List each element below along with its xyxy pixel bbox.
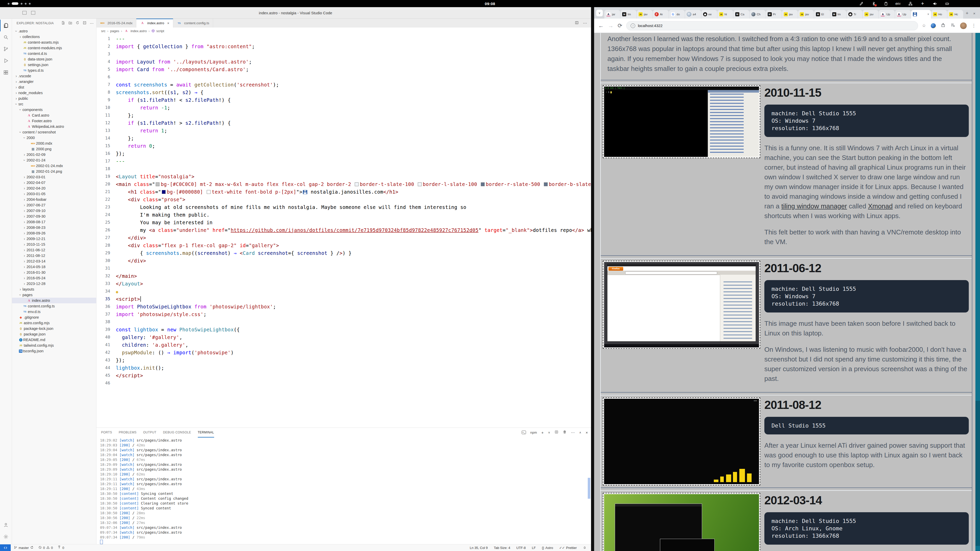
browser-tab-17[interactable]: JSjav [862,10,878,19]
tree-item-2011-08-12[interactable]: ›2011-08-12 [12,253,96,259]
terminal-scrollbar[interactable] [588,478,590,499]
activity-run-and-debug[interactable] [0,55,12,67]
tree-item-content.d.ts[interactable]: TScontent.d.ts [12,51,96,56]
more-actions-icon[interactable]: ⋯ [571,430,575,434]
code-line-3[interactable]: 3 [97,50,591,58]
split-icon[interactable] [575,21,579,26]
code-line-37[interactable]: 37import 'photoswipe/style.css'; [97,310,591,318]
browser-tab-8[interactable]: JSht [718,10,733,19]
tree-item-node_modules[interactable]: ›node_modules [12,90,96,96]
tree-item-2016-01-30[interactable]: ›2016-01-30 [12,270,96,275]
code-line-17[interactable]: 17--- [97,157,591,165]
tab-close-icon[interactable]: × [167,21,169,25]
tree-item-pages[interactable]: ›pages [12,292,96,298]
workspace-dot-4[interactable] [25,3,27,5]
browser-tab-3[interactable]: JSjav [637,10,652,19]
refresh-icon[interactable] [76,21,80,25]
code-line-38[interactable]: 38 [97,318,591,326]
tree-item-collections[interactable]: ›collections [12,34,96,40]
browser-tab-14[interactable]: MEl [814,10,830,19]
problems-status[interactable]: 00 [38,546,53,550]
editor-tabbar[interactable]: MDX2016-05-24.mdxAindex.astro×TScontent.… [97,19,591,27]
tree-item-content-assets.mjs[interactable]: JScontent-assets.mjs [12,40,96,45]
page-scrollbar-thumb[interactable] [975,401,980,546]
tree-item-2014-05-18[interactable]: ›2014-05-18 [12,264,96,270]
tree-item-2007-09-30[interactable]: ›2007-09-30 [12,213,96,219]
tree-item-2023-12-28[interactable]: ›2023-12-28 [12,281,96,286]
tree-item-2002-03-01[interactable]: ›2002-03-01 [12,174,96,180]
panel-tab-debug-console[interactable]: DEBUG CONSOLE [163,428,191,437]
workspace-dot-3[interactable] [21,3,22,5]
tree-item-2003-01-05[interactable]: ›2003-01-05 [12,191,96,197]
address-bar[interactable]: i localhost:4322 [626,21,918,30]
code-line-42[interactable]: 42 pswpModule: () ⇒ import('photoswipe') [97,349,591,356]
code-line-21[interactable]: 21 <h1 class="bg-[#000080] text-white fo… [97,188,591,196]
maximize-panel-icon[interactable]: ∧ [579,431,581,434]
browser-tab-20[interactable]: × [911,10,931,19]
editor-tab-2016-05-24.mdx[interactable]: MDX2016-05-24.mdx [97,19,136,27]
code-line-11[interactable]: 11 }; [97,111,591,119]
workspace-dot-2[interactable] [12,2,18,5]
new-terminal-icon[interactable]: + [541,430,544,434]
code-line-10[interactable]: 10 return -1; [97,104,591,111]
browser-tab-15[interactable]: MIm [830,10,846,19]
reload-button[interactable]: ⟳ [617,23,622,29]
editor-tab-actions[interactable]: ⋯ [575,19,591,27]
code-line-16[interactable]: 16}); [97,150,591,157]
tree-item-WikipediaLink.astro[interactable]: AWikipediaLink.astro [12,124,96,129]
browser-tab-1[interactable]: Ajar [605,10,620,19]
code-line-19[interactable]: 19<Layout title="nostalgia"> [97,173,591,180]
tree-item-package-lock.json[interactable]: {}package-lock.json [12,326,96,331]
browser-tab-19[interactable]: AUp [895,10,911,19]
window-panel-icon[interactable] [31,11,35,14]
browser-tab-22[interactable]: JSHc [947,10,963,19]
breadcrumb-src[interactable]: src [101,29,105,33]
code-line-25[interactable]: 25 You may be interested in [97,219,591,226]
tree-item-2004-foobar[interactable]: ›2004-foobar [12,197,96,202]
activity-search[interactable] [0,32,12,43]
code-line-24[interactable]: 24 I'm making them public. [97,211,591,219]
panel-tabbar[interactable]: PORTSPROBLEMSOUTPUTDEBUG CONSOLETERMINAL… [97,428,591,437]
code-editor[interactable]: 1---2import { getCollection } from "astr… [97,34,591,427]
profile-avatar[interactable] [960,22,967,29]
terminal-output[interactable]: 18:29:02 [watch] src/pages/index.astro18… [97,437,591,545]
tree-item-.gitignore[interactable]: ◆.gitignore [12,314,96,320]
panel-tab-problems[interactable]: PROBLEMS [119,428,137,437]
browser-tab-10[interactable]: Ch [749,10,765,19]
workspace-dot-5[interactable] [29,3,30,5]
system-tray[interactable]: en1✈ [859,1,950,6]
status-tab-size-4[interactable]: Tab Size: 4 [494,546,510,550]
browser-tab-4[interactable]: FAr [653,10,669,19]
tree-item-.vscode[interactable]: ›.vscode [12,73,96,79]
explorer-tree[interactable]: ›.astro›collectionsJScontent-assets.mjsJ… [12,28,96,544]
text-link[interactable]: tiling window manager [781,202,847,210]
code-line-9[interactable]: 9 if (s1.filePath! < s2.filePath!) { [97,96,591,104]
volume-muted-icon[interactable] [932,1,937,6]
breadcrumb-script[interactable]: script [151,29,164,33]
tree-item-2007-06-27[interactable]: ›2007-06-27 [12,202,96,208]
activity-settings[interactable] [0,531,12,543]
reading-list-icon[interactable] [950,23,955,29]
tree-item-index.astro[interactable]: Aindex.astro [12,298,96,303]
titlebar-layout-icons[interactable] [22,11,35,14]
tree-item-.wrangler[interactable]: ›.wrangler [12,79,96,84]
status-utf-8[interactable]: UTF-8 [516,546,526,550]
airplane-mode-icon[interactable]: ✈ [920,1,925,6]
tree-item-2002-01-24.png[interactable]: ▨2002-01-24.png [12,168,96,174]
code-line-41[interactable]: 41 children: 'a.gallery', [97,341,591,349]
tree-item-README.md[interactable]: iREADME.md [12,337,96,343]
tree-item-Footer.astro[interactable]: AFooter.astro [12,118,96,124]
code-line-8[interactable]: 8screenshots.sort((s1, s2) ⇒ { [97,89,591,96]
close-panel-icon[interactable]: × [586,430,588,434]
trash-icon[interactable] [563,430,566,435]
tree-item-src[interactable]: ›src [12,101,96,107]
tree-item-package.json[interactable]: {}package.json [12,331,96,337]
code-line-4[interactable]: 4import Layout from '../layouts/Layout.a… [97,58,591,65]
screenshot-thumbnail-2010-11-15[interactable]: 1 2 [3] | Tall |~ $ [603,85,760,158]
browser-tab-5[interactable]: Gdo [669,10,685,19]
tree-item-content / screenshot[interactable]: ›content / screenshot [12,129,96,135]
browser-tab-11[interactable]: MPr [766,10,782,19]
code-line-27[interactable]: 27 </div> [97,234,591,241]
status-prettier[interactable]: ✓✓Prettier [559,546,577,550]
tree-item-env.d.ts[interactable]: TSenv.d.ts [12,309,96,314]
